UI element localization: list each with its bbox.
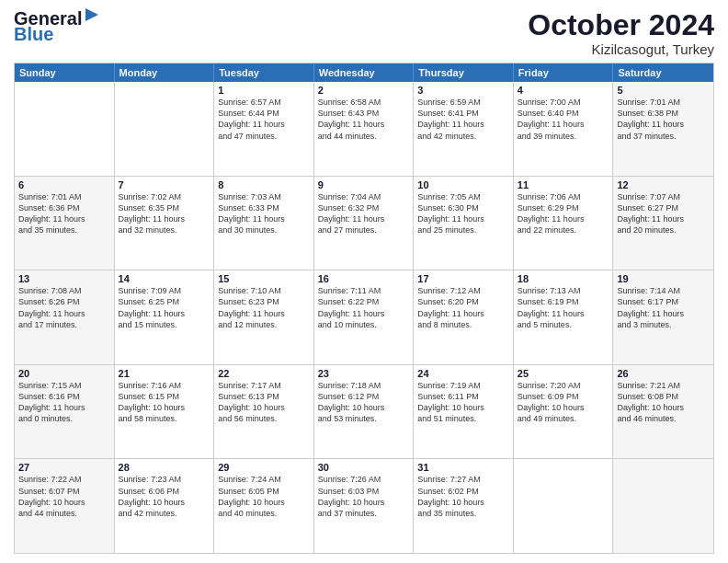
cell-info-line: and 49 minutes. xyxy=(518,413,609,424)
calendar-cell-day-1: 1Sunrise: 6:57 AMSunset: 6:44 PMDaylight… xyxy=(214,82,314,176)
calendar-row-1: 1Sunrise: 6:57 AMSunset: 6:44 PMDaylight… xyxy=(15,82,713,177)
cell-info-line: Sunset: 6:40 PM xyxy=(518,108,609,119)
cell-info-line: Sunset: 6:27 PM xyxy=(617,202,710,213)
day-number: 21 xyxy=(119,368,210,379)
calendar-cell-day-18: 18Sunrise: 7:13 AMSunset: 6:19 PMDayligh… xyxy=(514,270,614,364)
calendar-cell-day-20: 20Sunrise: 7:15 AMSunset: 6:16 PMDayligh… xyxy=(15,365,115,459)
cell-info-line: and 27 minutes. xyxy=(318,224,410,236)
cell-info-line: Sunset: 6:06 PM xyxy=(119,486,210,497)
cell-info-line: and 53 minutes. xyxy=(318,413,410,424)
calendar-cell-day-23: 23Sunrise: 7:18 AMSunset: 6:12 PMDayligh… xyxy=(314,365,415,459)
cell-info-line: Sunrise: 6:57 AM xyxy=(218,97,310,108)
day-number: 23 xyxy=(318,368,410,379)
cell-info-line: Daylight: 10 hours xyxy=(18,497,110,508)
cell-info-line: Daylight: 11 hours xyxy=(218,213,310,224)
cell-info-line: and 44 minutes. xyxy=(318,131,410,142)
cell-info-line: Sunrise: 7:15 AM xyxy=(18,380,110,391)
day-number: 11 xyxy=(518,179,609,190)
cell-info-line: Daylight: 10 hours xyxy=(218,402,310,413)
logo-arrow-icon xyxy=(84,6,100,23)
cell-info-line: Sunrise: 7:13 AM xyxy=(518,285,609,296)
cell-info-line: and 42 minutes. xyxy=(119,508,210,519)
cell-info-line: Daylight: 10 hours xyxy=(119,497,210,508)
cell-info-line: Sunrise: 7:16 AM xyxy=(119,380,210,391)
day-number: 2 xyxy=(318,85,410,96)
cell-info-line: and 35 minutes. xyxy=(18,224,110,236)
title-block: October 2024 Kizilcasogut, Turkey xyxy=(528,9,714,57)
weekday-header-friday: Friday xyxy=(514,63,614,82)
day-number: 1 xyxy=(218,85,310,96)
calendar-cell-day-7: 7Sunrise: 7:02 AMSunset: 6:35 PMDaylight… xyxy=(115,177,215,270)
calendar-cell-day-31: 31Sunrise: 7:27 AMSunset: 6:02 PMDayligh… xyxy=(414,459,514,553)
cell-info-line: Sunset: 6:09 PM xyxy=(518,391,609,402)
cell-info-line: Daylight: 11 hours xyxy=(518,308,609,319)
weekday-header-saturday: Saturday xyxy=(613,63,713,82)
day-number: 15 xyxy=(218,273,310,284)
calendar-cell-empty xyxy=(613,459,713,553)
logo: General Blue xyxy=(14,9,100,45)
calendar-cell-day-28: 28Sunrise: 7:23 AMSunset: 6:06 PMDayligh… xyxy=(115,459,215,553)
calendar-cell-empty xyxy=(514,459,614,553)
cell-info-line: Daylight: 11 hours xyxy=(318,308,410,319)
calendar-header: SundayMondayTuesdayWednesdayThursdayFrid… xyxy=(15,63,713,82)
calendar-cell-day-25: 25Sunrise: 7:20 AMSunset: 6:09 PMDayligh… xyxy=(514,365,614,459)
cell-info-line: and 10 minutes. xyxy=(318,319,410,330)
cell-info-line: Sunrise: 7:20 AM xyxy=(518,380,609,391)
logo-blue-text: Blue xyxy=(14,24,53,45)
cell-info-line: Daylight: 10 hours xyxy=(119,402,210,413)
cell-info-line: Sunrise: 7:10 AM xyxy=(218,285,310,296)
cell-info-line: Daylight: 10 hours xyxy=(617,402,710,413)
cell-info-line: Daylight: 11 hours xyxy=(417,213,509,224)
calendar-cell-day-22: 22Sunrise: 7:17 AMSunset: 6:13 PMDayligh… xyxy=(214,365,314,459)
cell-info-line: Daylight: 10 hours xyxy=(518,402,609,413)
cell-info-line: Daylight: 11 hours xyxy=(617,308,710,319)
weekday-header-wednesday: Wednesday xyxy=(314,63,415,82)
cell-info-line: Sunset: 6:29 PM xyxy=(518,202,609,213)
cell-info-line: and 3 minutes. xyxy=(617,319,710,330)
cell-info-line: and 37 minutes. xyxy=(617,131,710,142)
cell-info-line: and 20 minutes. xyxy=(617,224,710,236)
cell-info-line: and 56 minutes. xyxy=(218,413,310,424)
cell-info-line: Sunset: 6:25 PM xyxy=(119,296,210,307)
cell-info-line: Sunrise: 7:17 AM xyxy=(218,380,310,391)
cell-info-line: Daylight: 10 hours xyxy=(417,497,509,508)
calendar-cell-day-13: 13Sunrise: 7:08 AMSunset: 6:26 PMDayligh… xyxy=(15,270,115,364)
cell-info-line: and 46 minutes. xyxy=(617,413,710,424)
cell-info-line: Sunrise: 7:05 AM xyxy=(417,191,509,202)
cell-info-line: Daylight: 11 hours xyxy=(417,119,509,130)
cell-info-line: Sunrise: 7:01 AM xyxy=(617,97,710,108)
cell-info-line: Sunset: 6:20 PM xyxy=(417,296,509,307)
cell-info-line: Sunset: 6:05 PM xyxy=(218,486,310,497)
day-number: 4 xyxy=(518,85,609,96)
cell-info-line: Sunrise: 7:27 AM xyxy=(417,474,509,485)
cell-info-line: Sunrise: 6:59 AM xyxy=(417,97,509,108)
cell-info-line: Daylight: 10 hours xyxy=(218,497,310,508)
cell-info-line: Daylight: 11 hours xyxy=(617,213,710,224)
cell-info-line: Sunset: 6:02 PM xyxy=(417,486,509,497)
cell-info-line: Sunset: 6:16 PM xyxy=(18,391,110,402)
cell-info-line: Sunrise: 7:08 AM xyxy=(18,285,110,296)
calendar-cell-day-2: 2Sunrise: 6:58 AMSunset: 6:43 PMDaylight… xyxy=(314,82,415,176)
calendar-row-3: 13Sunrise: 7:08 AMSunset: 6:26 PMDayligh… xyxy=(15,270,713,365)
cell-info-line: Sunset: 6:35 PM xyxy=(119,202,210,213)
cell-info-line: and 32 minutes. xyxy=(119,224,210,236)
day-number: 22 xyxy=(218,368,310,379)
header: General Blue October 2024 Kizilcasogut, … xyxy=(14,9,714,57)
day-number: 25 xyxy=(518,368,609,379)
cell-info-line: Sunset: 6:22 PM xyxy=(318,296,410,307)
cell-info-line: and 51 minutes. xyxy=(417,413,509,424)
calendar-cell-day-15: 15Sunrise: 7:10 AMSunset: 6:23 PMDayligh… xyxy=(214,270,314,364)
cell-info-line: Daylight: 11 hours xyxy=(518,213,609,224)
calendar-cell-empty xyxy=(15,82,115,176)
calendar-cell-day-8: 8Sunrise: 7:03 AMSunset: 6:33 PMDaylight… xyxy=(214,177,314,270)
calendar-cell-day-16: 16Sunrise: 7:11 AMSunset: 6:22 PMDayligh… xyxy=(314,270,415,364)
day-number: 14 xyxy=(119,273,210,284)
calendar-cell-day-4: 4Sunrise: 7:00 AMSunset: 6:40 PMDaylight… xyxy=(514,82,614,176)
cell-info-line: Daylight: 11 hours xyxy=(318,213,410,224)
cell-info-line: Sunset: 6:13 PM xyxy=(218,391,310,402)
calendar-cell-day-19: 19Sunrise: 7:14 AMSunset: 6:17 PMDayligh… xyxy=(613,270,713,364)
day-number: 12 xyxy=(617,179,710,190)
cell-info-line: Daylight: 11 hours xyxy=(18,308,110,319)
calendar-cell-day-26: 26Sunrise: 7:21 AMSunset: 6:08 PMDayligh… xyxy=(613,365,713,459)
cell-info-line: Sunset: 6:23 PM xyxy=(218,296,310,307)
